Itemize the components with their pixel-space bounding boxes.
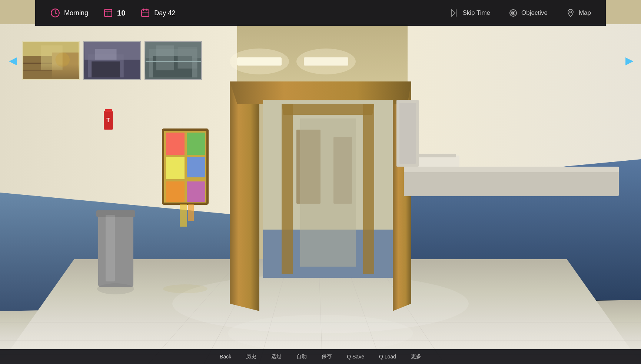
map-button[interactable]: Map xyxy=(566,9,591,17)
next-thumbnail-button[interactable]: ▶ xyxy=(625,54,634,67)
svg-rect-58 xyxy=(404,167,619,172)
clock-icon xyxy=(50,8,60,18)
svg-rect-52 xyxy=(105,109,112,112)
svg-rect-71 xyxy=(142,10,149,16)
more-button[interactable]: 更多 xyxy=(411,353,421,360)
svg-rect-103 xyxy=(178,47,197,69)
objective-icon xyxy=(509,9,518,17)
history-button[interactable]: 历史 xyxy=(246,353,256,360)
time-label: Morning xyxy=(64,9,88,17)
svg-point-63 xyxy=(97,283,134,294)
skip-time-button[interactable]: Skip Time xyxy=(450,9,490,17)
thumbnail-2[interactable] xyxy=(83,41,141,80)
svg-line-67 xyxy=(55,13,57,14)
map-label: Map xyxy=(579,9,591,17)
svg-point-79 xyxy=(512,12,514,14)
thumbnail-list xyxy=(22,41,202,80)
svg-rect-47 xyxy=(166,181,185,202)
svg-marker-41 xyxy=(300,118,356,267)
svg-rect-55 xyxy=(96,210,135,217)
svg-rect-68 xyxy=(104,9,112,17)
svg-rect-54 xyxy=(98,215,133,287)
skip-time-icon xyxy=(450,9,459,17)
time-indicator[interactable]: Morning xyxy=(50,8,88,18)
qload-button[interactable]: Q Load xyxy=(379,354,396,360)
svg-rect-45 xyxy=(166,157,185,179)
day-label: Day 42 xyxy=(154,9,175,17)
score-icon xyxy=(103,8,113,18)
svg-point-20 xyxy=(228,315,413,352)
svg-rect-102 xyxy=(156,45,174,70)
svg-rect-43 xyxy=(166,133,185,155)
svg-rect-62 xyxy=(399,103,416,164)
top-navigation-bar: Morning 10 xyxy=(35,0,606,26)
objective-button[interactable]: Objective xyxy=(509,9,548,17)
svg-rect-49 xyxy=(180,204,187,227)
svg-rect-97 xyxy=(95,49,117,60)
back-button[interactable]: Back xyxy=(220,354,231,360)
svg-rect-48 xyxy=(187,181,205,202)
score-indicator: 10 xyxy=(103,8,125,18)
skip-button[interactable]: 选过 xyxy=(271,353,282,360)
score-value: 10 xyxy=(117,9,125,17)
svg-point-24 xyxy=(296,49,356,74)
svg-text:T: T xyxy=(106,117,110,123)
svg-point-64 xyxy=(163,284,207,293)
thumbnail-1[interactable] xyxy=(22,41,80,80)
game-viewport: T xyxy=(0,0,641,364)
day-indicator: Day 42 xyxy=(140,8,175,18)
svg-rect-60 xyxy=(419,154,456,157)
qsave-button[interactable]: Q Save xyxy=(347,354,364,360)
svg-point-91 xyxy=(56,52,70,66)
map-icon xyxy=(566,9,575,17)
svg-rect-44 xyxy=(187,133,205,155)
top-bar-left: Morning 10 xyxy=(50,8,175,18)
auto-button[interactable]: 自动 xyxy=(296,353,307,360)
bottom-bar: Back 历史 选过 自动 保存 Q Save Q Load 更多 xyxy=(0,349,641,364)
svg-marker-38 xyxy=(282,104,293,274)
svg-rect-46 xyxy=(187,157,205,177)
svg-marker-39 xyxy=(363,104,374,274)
svg-marker-40 xyxy=(282,104,374,115)
svg-marker-75 xyxy=(452,10,455,16)
svg-marker-31 xyxy=(230,81,259,311)
svg-rect-95 xyxy=(92,61,120,77)
objective-label: Objective xyxy=(521,9,548,17)
svg-point-84 xyxy=(569,11,571,13)
skip-time-label: Skip Time xyxy=(462,9,490,17)
thumbnail-3[interactable] xyxy=(145,41,202,80)
prev-thumbnail-button[interactable]: ◀ xyxy=(7,55,19,66)
svg-point-23 xyxy=(230,49,289,74)
svg-rect-56 xyxy=(106,215,115,281)
svg-rect-50 xyxy=(188,204,194,221)
save-button[interactable]: 保存 xyxy=(322,353,332,360)
calendar-icon xyxy=(140,8,150,18)
top-bar-right: Skip Time Objective xyxy=(450,9,591,17)
